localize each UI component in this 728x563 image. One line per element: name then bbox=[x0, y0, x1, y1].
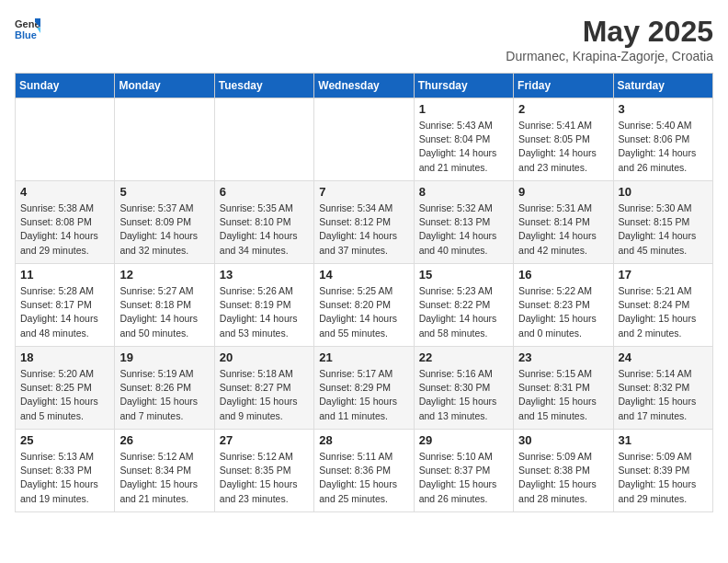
day-info: Sunrise: 5:40 AM Sunset: 8:06 PM Dayligh… bbox=[619, 119, 708, 175]
day-info: Sunrise: 5:09 AM Sunset: 8:38 PM Dayligh… bbox=[518, 450, 608, 506]
calendar-cell-w1-d7: 3Sunrise: 5:40 AM Sunset: 8:06 PM Daylig… bbox=[613, 98, 712, 181]
calendar-cell-w4-d7: 24Sunrise: 5:14 AM Sunset: 8:32 PM Dayli… bbox=[613, 347, 712, 430]
day-number: 15 bbox=[419, 268, 508, 282]
calendar-cell-w4-d3: 20Sunrise: 5:18 AM Sunset: 8:27 PM Dayli… bbox=[214, 347, 313, 430]
calendar-cell-w1-d6: 2Sunrise: 5:41 AM Sunset: 8:05 PM Daylig… bbox=[514, 98, 613, 181]
day-number: 25 bbox=[20, 433, 109, 447]
day-number: 3 bbox=[619, 102, 708, 116]
calendar-cell-w2-d2: 5Sunrise: 5:37 AM Sunset: 8:09 PM Daylig… bbox=[115, 181, 214, 264]
day-number: 5 bbox=[119, 185, 209, 199]
calendar-cell-w2-d1: 4Sunrise: 5:38 AM Sunset: 8:08 PM Daylig… bbox=[16, 181, 115, 264]
day-number: 22 bbox=[419, 350, 508, 364]
day-number: 4 bbox=[20, 185, 109, 199]
day-info: Sunrise: 5:09 AM Sunset: 8:39 PM Dayligh… bbox=[619, 450, 708, 506]
day-number: 27 bbox=[220, 433, 309, 447]
day-info: Sunrise: 5:10 AM Sunset: 8:37 PM Dayligh… bbox=[419, 450, 508, 506]
calendar-cell-w5-d4: 28Sunrise: 5:11 AM Sunset: 8:36 PM Dayli… bbox=[314, 430, 414, 512]
day-number: 8 bbox=[419, 185, 508, 199]
calendar-cell-w3-d2: 12Sunrise: 5:27 AM Sunset: 8:18 PM Dayli… bbox=[115, 264, 214, 347]
weekday-header-friday: Friday bbox=[514, 74, 613, 98]
calendar-cell-w2-d7: 10Sunrise: 5:30 AM Sunset: 8:15 PM Dayli… bbox=[613, 181, 712, 264]
calendar-cell-w4-d4: 21Sunrise: 5:17 AM Sunset: 8:29 PM Dayli… bbox=[314, 347, 414, 430]
day-number: 18 bbox=[20, 350, 109, 364]
day-info: Sunrise: 5:23 AM Sunset: 8:22 PM Dayligh… bbox=[419, 284, 508, 340]
calendar-week-1: 1Sunrise: 5:43 AM Sunset: 8:04 PM Daylig… bbox=[16, 98, 713, 181]
day-number: 17 bbox=[619, 268, 708, 282]
calendar-body: 1Sunrise: 5:43 AM Sunset: 8:04 PM Daylig… bbox=[16, 98, 713, 512]
day-info: Sunrise: 5:26 AM Sunset: 8:19 PM Dayligh… bbox=[220, 284, 309, 340]
day-number: 13 bbox=[220, 268, 309, 282]
calendar-cell-w1-d5: 1Sunrise: 5:43 AM Sunset: 8:04 PM Daylig… bbox=[414, 98, 513, 181]
day-info: Sunrise: 5:37 AM Sunset: 8:09 PM Dayligh… bbox=[119, 201, 209, 258]
calendar-cell-w3-d7: 17Sunrise: 5:21 AM Sunset: 8:24 PM Dayli… bbox=[613, 264, 712, 347]
header: General Blue May 2025 Durmanec, Krapina-… bbox=[15, 15, 713, 63]
weekday-header-wednesday: Wednesday bbox=[314, 74, 414, 98]
day-info: Sunrise: 5:12 AM Sunset: 8:34 PM Dayligh… bbox=[119, 450, 209, 506]
calendar-cell-w5-d5: 29Sunrise: 5:10 AM Sunset: 8:37 PM Dayli… bbox=[414, 430, 513, 512]
weekday-header-saturday: Saturday bbox=[613, 74, 712, 98]
calendar-cell-w3-d6: 16Sunrise: 5:22 AM Sunset: 8:23 PM Dayli… bbox=[514, 264, 613, 347]
logo: General Blue bbox=[15, 15, 40, 40]
day-info: Sunrise: 5:14 AM Sunset: 8:32 PM Dayligh… bbox=[619, 367, 708, 423]
day-number: 7 bbox=[319, 185, 408, 199]
calendar-week-2: 4Sunrise: 5:38 AM Sunset: 8:08 PM Daylig… bbox=[16, 181, 713, 264]
day-number: 28 bbox=[319, 433, 408, 447]
calendar-cell-w2-d6: 9Sunrise: 5:31 AM Sunset: 8:14 PM Daylig… bbox=[514, 181, 613, 264]
calendar-cell-w3-d3: 13Sunrise: 5:26 AM Sunset: 8:19 PM Dayli… bbox=[214, 264, 313, 347]
weekday-header-sunday: Sunday bbox=[16, 74, 115, 98]
calendar-cell-w1-d1 bbox=[16, 98, 115, 181]
day-number: 9 bbox=[518, 185, 608, 199]
day-info: Sunrise: 5:13 AM Sunset: 8:33 PM Dayligh… bbox=[20, 450, 109, 506]
day-number: 20 bbox=[220, 350, 309, 364]
day-info: Sunrise: 5:22 AM Sunset: 8:23 PM Dayligh… bbox=[518, 284, 608, 340]
calendar-week-5: 25Sunrise: 5:13 AM Sunset: 8:33 PM Dayli… bbox=[16, 430, 713, 512]
day-info: Sunrise: 5:30 AM Sunset: 8:15 PM Dayligh… bbox=[619, 201, 708, 258]
day-number: 21 bbox=[319, 350, 408, 364]
day-number: 16 bbox=[518, 268, 608, 282]
day-number: 2 bbox=[518, 102, 608, 116]
day-info: Sunrise: 5:18 AM Sunset: 8:27 PM Dayligh… bbox=[220, 367, 309, 423]
calendar-cell-w3-d5: 15Sunrise: 5:23 AM Sunset: 8:22 PM Dayli… bbox=[414, 264, 513, 347]
weekday-header-tuesday: Tuesday bbox=[214, 74, 313, 98]
subtitle: Durmanec, Krapina-Zagorje, Croatia bbox=[506, 49, 713, 63]
day-info: Sunrise: 5:19 AM Sunset: 8:26 PM Dayligh… bbox=[119, 367, 209, 423]
day-number: 14 bbox=[319, 268, 408, 282]
calendar-cell-w1-d2 bbox=[115, 98, 214, 181]
calendar-cell-w4-d2: 19Sunrise: 5:19 AM Sunset: 8:26 PM Dayli… bbox=[115, 347, 214, 430]
calendar-cell-w5-d3: 27Sunrise: 5:12 AM Sunset: 8:35 PM Dayli… bbox=[214, 430, 313, 512]
day-number: 24 bbox=[619, 350, 708, 364]
day-number: 26 bbox=[119, 433, 209, 447]
day-number: 11 bbox=[20, 268, 109, 282]
day-number: 1 bbox=[419, 102, 508, 116]
day-info: Sunrise: 5:11 AM Sunset: 8:36 PM Dayligh… bbox=[319, 450, 408, 506]
calendar-cell-w5-d1: 25Sunrise: 5:13 AM Sunset: 8:33 PM Dayli… bbox=[16, 430, 115, 512]
day-info: Sunrise: 5:21 AM Sunset: 8:24 PM Dayligh… bbox=[619, 284, 708, 340]
calendar-cell-w1-d3 bbox=[214, 98, 313, 181]
weekday-header-monday: Monday bbox=[115, 74, 214, 98]
calendar-cell-w3-d1: 11Sunrise: 5:28 AM Sunset: 8:17 PM Dayli… bbox=[16, 264, 115, 347]
day-info: Sunrise: 5:31 AM Sunset: 8:14 PM Dayligh… bbox=[518, 201, 608, 258]
day-number: 29 bbox=[419, 433, 508, 447]
day-number: 19 bbox=[119, 350, 209, 364]
calendar-cell-w5-d2: 26Sunrise: 5:12 AM Sunset: 8:34 PM Dayli… bbox=[115, 430, 214, 512]
calendar-cell-w2-d3: 6Sunrise: 5:35 AM Sunset: 8:10 PM Daylig… bbox=[214, 181, 313, 264]
day-info: Sunrise: 5:20 AM Sunset: 8:25 PM Dayligh… bbox=[20, 367, 109, 423]
day-number: 10 bbox=[619, 185, 708, 199]
day-info: Sunrise: 5:28 AM Sunset: 8:17 PM Dayligh… bbox=[20, 284, 109, 340]
weekday-header-row: SundayMondayTuesdayWednesdayThursdayFrid… bbox=[16, 74, 713, 98]
calendar-week-4: 18Sunrise: 5:20 AM Sunset: 8:25 PM Dayli… bbox=[16, 347, 713, 430]
day-info: Sunrise: 5:32 AM Sunset: 8:13 PM Dayligh… bbox=[419, 201, 508, 258]
day-info: Sunrise: 5:27 AM Sunset: 8:18 PM Dayligh… bbox=[119, 284, 209, 340]
day-info: Sunrise: 5:35 AM Sunset: 8:10 PM Dayligh… bbox=[220, 201, 309, 258]
day-info: Sunrise: 5:15 AM Sunset: 8:31 PM Dayligh… bbox=[518, 367, 608, 423]
day-info: Sunrise: 5:43 AM Sunset: 8:04 PM Dayligh… bbox=[419, 119, 508, 175]
main-title: May 2025 bbox=[506, 15, 713, 49]
calendar-cell-w1-d4 bbox=[314, 98, 414, 181]
calendar-cell-w5-d6: 30Sunrise: 5:09 AM Sunset: 8:38 PM Dayli… bbox=[514, 430, 613, 512]
day-info: Sunrise: 5:16 AM Sunset: 8:30 PM Dayligh… bbox=[419, 367, 508, 423]
calendar-table: SundayMondayTuesdayWednesdayThursdayFrid… bbox=[15, 73, 713, 512]
svg-text:Blue: Blue bbox=[15, 29, 37, 40]
day-info: Sunrise: 5:34 AM Sunset: 8:12 PM Dayligh… bbox=[319, 201, 408, 258]
day-number: 31 bbox=[619, 433, 708, 447]
calendar-cell-w4-d6: 23Sunrise: 5:15 AM Sunset: 8:31 PM Dayli… bbox=[514, 347, 613, 430]
